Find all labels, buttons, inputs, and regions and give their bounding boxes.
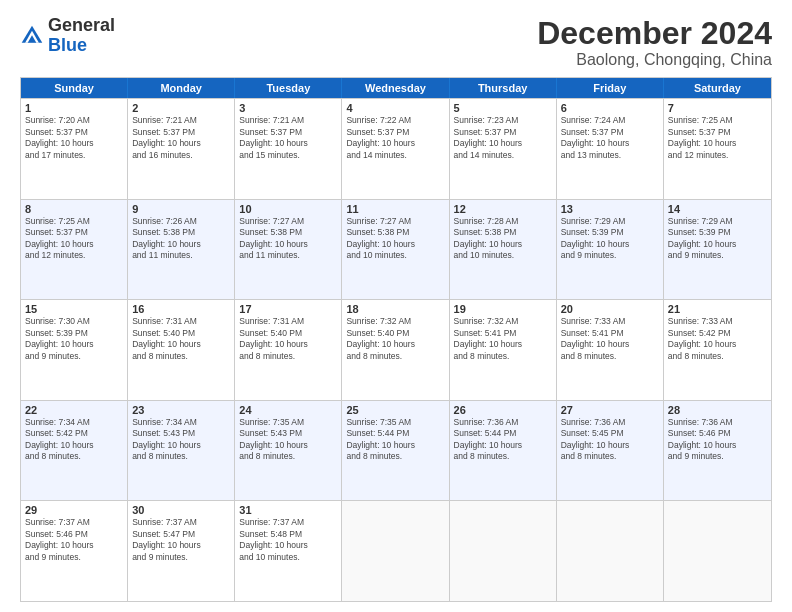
day-info: Sunrise: 7:29 AMSunset: 5:39 PMDaylight:… [561, 216, 659, 262]
day-info: Sunrise: 7:37 AMSunset: 5:47 PMDaylight:… [132, 517, 230, 563]
table-row: 26Sunrise: 7:36 AMSunset: 5:44 PMDayligh… [450, 401, 557, 501]
day-number: 18 [346, 303, 444, 315]
day-info: Sunrise: 7:25 AMSunset: 5:37 PMDaylight:… [25, 216, 123, 262]
logo-text: General Blue [48, 16, 115, 56]
table-row: 14Sunrise: 7:29 AMSunset: 5:39 PMDayligh… [664, 200, 771, 300]
calendar-row: 29Sunrise: 7:37 AMSunset: 5:46 PMDayligh… [21, 500, 771, 601]
day-info: Sunrise: 7:37 AMSunset: 5:46 PMDaylight:… [25, 517, 123, 563]
header-monday: Monday [128, 78, 235, 98]
day-number: 14 [668, 203, 767, 215]
day-number: 28 [668, 404, 767, 416]
table-row: 12Sunrise: 7:28 AMSunset: 5:38 PMDayligh… [450, 200, 557, 300]
day-info: Sunrise: 7:36 AMSunset: 5:44 PMDaylight:… [454, 417, 552, 463]
day-number: 29 [25, 504, 123, 516]
calendar-row: 8Sunrise: 7:25 AMSunset: 5:37 PMDaylight… [21, 199, 771, 300]
day-info: Sunrise: 7:27 AMSunset: 5:38 PMDaylight:… [239, 216, 337, 262]
table-row: 27Sunrise: 7:36 AMSunset: 5:45 PMDayligh… [557, 401, 664, 501]
day-number: 12 [454, 203, 552, 215]
location: Baolong, Chongqing, China [537, 51, 772, 69]
day-number: 10 [239, 203, 337, 215]
day-info: Sunrise: 7:21 AMSunset: 5:37 PMDaylight:… [239, 115, 337, 161]
day-info: Sunrise: 7:28 AMSunset: 5:38 PMDaylight:… [454, 216, 552, 262]
table-row: 19Sunrise: 7:32 AMSunset: 5:41 PMDayligh… [450, 300, 557, 400]
day-number: 7 [668, 102, 767, 114]
day-number: 25 [346, 404, 444, 416]
logo-blue: Blue [48, 35, 87, 55]
table-row: 31Sunrise: 7:37 AMSunset: 5:48 PMDayligh… [235, 501, 342, 601]
header-wednesday: Wednesday [342, 78, 449, 98]
day-info: Sunrise: 7:34 AMSunset: 5:43 PMDaylight:… [132, 417, 230, 463]
calendar-body: 1Sunrise: 7:20 AMSunset: 5:37 PMDaylight… [21, 98, 771, 601]
day-info: Sunrise: 7:31 AMSunset: 5:40 PMDaylight:… [132, 316, 230, 362]
day-info: Sunrise: 7:34 AMSunset: 5:42 PMDaylight:… [25, 417, 123, 463]
table-row: 7Sunrise: 7:25 AMSunset: 5:37 PMDaylight… [664, 99, 771, 199]
month-title: December 2024 [537, 16, 772, 51]
table-row: 30Sunrise: 7:37 AMSunset: 5:47 PMDayligh… [128, 501, 235, 601]
day-info: Sunrise: 7:32 AMSunset: 5:41 PMDaylight:… [454, 316, 552, 362]
table-row: 28Sunrise: 7:36 AMSunset: 5:46 PMDayligh… [664, 401, 771, 501]
logo-general: General [48, 15, 115, 35]
day-number: 5 [454, 102, 552, 114]
day-number: 21 [668, 303, 767, 315]
table-row: 18Sunrise: 7:32 AMSunset: 5:40 PMDayligh… [342, 300, 449, 400]
day-info: Sunrise: 7:32 AMSunset: 5:40 PMDaylight:… [346, 316, 444, 362]
day-number: 3 [239, 102, 337, 114]
table-row: 5Sunrise: 7:23 AMSunset: 5:37 PMDaylight… [450, 99, 557, 199]
day-info: Sunrise: 7:31 AMSunset: 5:40 PMDaylight:… [239, 316, 337, 362]
table-row: 24Sunrise: 7:35 AMSunset: 5:43 PMDayligh… [235, 401, 342, 501]
day-number: 15 [25, 303, 123, 315]
day-info: Sunrise: 7:22 AMSunset: 5:37 PMDaylight:… [346, 115, 444, 161]
day-number: 24 [239, 404, 337, 416]
day-info: Sunrise: 7:33 AMSunset: 5:41 PMDaylight:… [561, 316, 659, 362]
table-row: 9Sunrise: 7:26 AMSunset: 5:38 PMDaylight… [128, 200, 235, 300]
day-number: 4 [346, 102, 444, 114]
day-info: Sunrise: 7:29 AMSunset: 5:39 PMDaylight:… [668, 216, 767, 262]
day-number: 6 [561, 102, 659, 114]
table-row: 23Sunrise: 7:34 AMSunset: 5:43 PMDayligh… [128, 401, 235, 501]
calendar-row: 15Sunrise: 7:30 AMSunset: 5:39 PMDayligh… [21, 299, 771, 400]
logo: General Blue [20, 16, 115, 56]
table-row [450, 501, 557, 601]
day-number: 23 [132, 404, 230, 416]
day-number: 30 [132, 504, 230, 516]
day-info: Sunrise: 7:23 AMSunset: 5:37 PMDaylight:… [454, 115, 552, 161]
day-info: Sunrise: 7:26 AMSunset: 5:38 PMDaylight:… [132, 216, 230, 262]
table-row: 3Sunrise: 7:21 AMSunset: 5:37 PMDaylight… [235, 99, 342, 199]
header-friday: Friday [557, 78, 664, 98]
header-thursday: Thursday [450, 78, 557, 98]
table-row: 25Sunrise: 7:35 AMSunset: 5:44 PMDayligh… [342, 401, 449, 501]
table-row: 11Sunrise: 7:27 AMSunset: 5:38 PMDayligh… [342, 200, 449, 300]
table-row: 2Sunrise: 7:21 AMSunset: 5:37 PMDaylight… [128, 99, 235, 199]
table-row [557, 501, 664, 601]
table-row: 1Sunrise: 7:20 AMSunset: 5:37 PMDaylight… [21, 99, 128, 199]
table-row: 8Sunrise: 7:25 AMSunset: 5:37 PMDaylight… [21, 200, 128, 300]
day-number: 13 [561, 203, 659, 215]
table-row: 22Sunrise: 7:34 AMSunset: 5:42 PMDayligh… [21, 401, 128, 501]
day-number: 31 [239, 504, 337, 516]
page-header: General Blue December 2024 Baolong, Chon… [20, 16, 772, 69]
day-info: Sunrise: 7:37 AMSunset: 5:48 PMDaylight:… [239, 517, 337, 563]
day-info: Sunrise: 7:35 AMSunset: 5:44 PMDaylight:… [346, 417, 444, 463]
table-row: 13Sunrise: 7:29 AMSunset: 5:39 PMDayligh… [557, 200, 664, 300]
logo-icon [20, 24, 44, 48]
table-row: 17Sunrise: 7:31 AMSunset: 5:40 PMDayligh… [235, 300, 342, 400]
day-info: Sunrise: 7:21 AMSunset: 5:37 PMDaylight:… [132, 115, 230, 161]
table-row: 6Sunrise: 7:24 AMSunset: 5:37 PMDaylight… [557, 99, 664, 199]
table-row [664, 501, 771, 601]
day-info: Sunrise: 7:24 AMSunset: 5:37 PMDaylight:… [561, 115, 659, 161]
day-info: Sunrise: 7:33 AMSunset: 5:42 PMDaylight:… [668, 316, 767, 362]
title-area: December 2024 Baolong, Chongqing, China [537, 16, 772, 69]
header-sunday: Sunday [21, 78, 128, 98]
day-info: Sunrise: 7:20 AMSunset: 5:37 PMDaylight:… [25, 115, 123, 161]
calendar-page: General Blue December 2024 Baolong, Chon… [0, 0, 792, 612]
calendar: Sunday Monday Tuesday Wednesday Thursday… [20, 77, 772, 602]
table-row: 10Sunrise: 7:27 AMSunset: 5:38 PMDayligh… [235, 200, 342, 300]
header-tuesday: Tuesday [235, 78, 342, 98]
day-number: 1 [25, 102, 123, 114]
table-row: 29Sunrise: 7:37 AMSunset: 5:46 PMDayligh… [21, 501, 128, 601]
day-number: 8 [25, 203, 123, 215]
day-info: Sunrise: 7:35 AMSunset: 5:43 PMDaylight:… [239, 417, 337, 463]
day-number: 16 [132, 303, 230, 315]
day-info: Sunrise: 7:36 AMSunset: 5:45 PMDaylight:… [561, 417, 659, 463]
day-info: Sunrise: 7:36 AMSunset: 5:46 PMDaylight:… [668, 417, 767, 463]
